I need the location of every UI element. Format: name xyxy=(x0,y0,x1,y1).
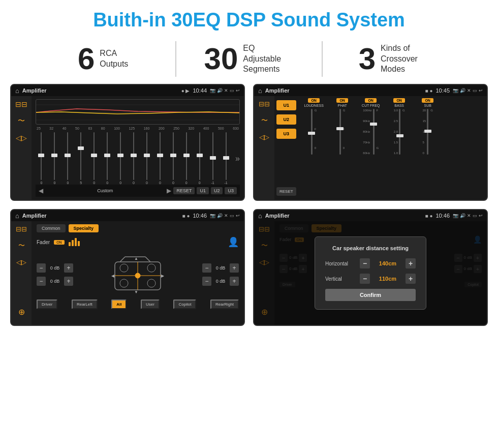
slider-3[interactable]: 0 xyxy=(62,132,74,185)
slider-1[interactable]: 0 xyxy=(36,132,47,185)
eq-prev[interactable]: ◀ xyxy=(39,187,43,194)
fader-eq-icon[interactable]: ⊟⊟ xyxy=(16,225,27,233)
db-plus-tr[interactable]: + xyxy=(230,263,239,273)
driver-button[interactable]: Driver xyxy=(37,300,57,309)
dialog-overlay: Car speaker distance setting Horizontal … xyxy=(254,221,487,325)
rear-left-button[interactable]: RearLeft xyxy=(72,300,98,309)
rear-right-button[interactable]: RearRight xyxy=(210,300,239,309)
cutfreq-on-badge[interactable]: ON xyxy=(365,98,377,103)
slider-15[interactable]: -1 xyxy=(220,132,232,185)
slider-7[interactable]: 0 xyxy=(115,132,127,185)
dialog-vertical-row: Vertical − 110cm + xyxy=(325,274,416,284)
db-val-tl: 0 dB xyxy=(48,265,62,271)
amp-vol-icon[interactable]: ◁▷ xyxy=(259,133,269,141)
u3-button-1[interactable]: U3 xyxy=(225,187,237,194)
db-minus-tl[interactable]: − xyxy=(37,263,46,273)
db-plus-tl[interactable]: + xyxy=(64,263,73,273)
screen-eq: ⌂ Amplifier ● ▶ 10:44 📷 🔊 ✕ ▭ ↩ ⊟⊟ 〜 ◁▷ xyxy=(10,84,245,201)
fader-on-badge[interactable]: ON xyxy=(54,240,65,245)
cutfreq-slider[interactable] xyxy=(373,109,375,155)
vertical-stepper: − 110cm + xyxy=(360,274,416,284)
loudness-on-badge[interactable]: ON xyxy=(308,98,320,103)
slider-5[interactable]: 0 xyxy=(88,132,100,185)
bass-slider[interactable] xyxy=(399,109,400,155)
screen-distance: ⌂ Amplifier ■ ● 10:46 📷 🔊 ✕ ▭ ↩ ⊟⊟ 〜 ◁▷ xyxy=(253,209,488,326)
amp-eq-icon[interactable]: ⊟⊟ xyxy=(259,100,270,108)
horizontal-minus-btn[interactable]: − xyxy=(360,258,370,268)
slider-2[interactable]: 0 xyxy=(49,132,60,185)
loudness-slider[interactable] xyxy=(311,109,313,155)
horizontal-plus-btn[interactable]: + xyxy=(406,258,416,268)
left-icons-panel-1: ⊟⊟ 〜 ◁▷ xyxy=(11,96,32,200)
stat-eq: 30 EQ AdjustableSegments xyxy=(176,43,321,75)
u1-button-2[interactable]: U1 xyxy=(276,100,296,110)
eq-next[interactable]: ▶ xyxy=(167,187,171,194)
bass-on-badge[interactable]: ON xyxy=(393,98,405,103)
slider-12[interactable]: 0 xyxy=(180,132,192,185)
fader-expand-icon[interactable]: ⊕ xyxy=(18,307,25,317)
db-control-br: − 0 dB + xyxy=(202,277,239,286)
sub-slider[interactable] xyxy=(427,109,428,155)
u3-button-2[interactable]: U3 xyxy=(276,129,296,139)
freq-50: 50 xyxy=(75,127,79,130)
reset-button-1[interactable]: RESET xyxy=(173,187,195,194)
all-button[interactable]: All xyxy=(111,300,127,309)
db-val-bl: 0 dB xyxy=(48,279,62,284)
db-minus-bl[interactable]: − xyxy=(37,277,46,286)
u1-button-1[interactable]: U1 xyxy=(197,187,209,194)
phat-on-badge[interactable]: ON xyxy=(336,98,348,103)
status-bar-3: ⌂ Amplifier ■ ● 10:46 📷 🔊 ✕ ▭ ↩ xyxy=(11,210,244,221)
slider-10[interactable]: 0 xyxy=(154,132,166,185)
db-plus-bl[interactable]: + xyxy=(64,277,73,286)
db-plus-br[interactable]: + xyxy=(230,277,239,286)
car-diagram: ▲ ▼ ◀ ▶ xyxy=(78,252,197,297)
home-icon-3[interactable]: ⌂ xyxy=(15,212,19,220)
fader-tab-specialty[interactable]: Specialty xyxy=(69,224,99,232)
slider-6[interactable]: 0 xyxy=(102,132,113,185)
eq-graph xyxy=(36,99,240,125)
db-minus-tr[interactable]: − xyxy=(202,263,211,273)
cutfreq-label: CUT FREQ xyxy=(362,104,380,107)
home-icon-2[interactable]: ⌂ xyxy=(258,87,262,95)
close-icon-3: ✕ xyxy=(224,213,228,218)
vertical-minus-btn[interactable]: − xyxy=(360,274,370,284)
u2-button-2[interactable]: U2 xyxy=(276,114,296,125)
stat-eq-label: EQ AdjustableSegments xyxy=(243,43,294,75)
slider-8[interactable]: 0 xyxy=(128,132,140,185)
db-minus-br[interactable]: − xyxy=(202,277,211,286)
app-name-3: Amplifier xyxy=(22,213,179,219)
equalizer-icon[interactable]: ⊟⊟ xyxy=(15,100,27,108)
user-button[interactable]: User xyxy=(141,300,160,309)
eq-scroll-arrow[interactable]: » xyxy=(233,154,240,163)
fader-vol-icon[interactable]: ◁▷ xyxy=(16,258,26,266)
status-bar-2: ⌂ Amplifier ■ ● 10:45 📷 🔊 ✕ ▭ ↩ xyxy=(254,85,487,96)
copilot-button[interactable]: Copilot xyxy=(173,300,196,309)
slider-11[interactable]: 0 xyxy=(167,132,179,185)
amp-wave-icon[interactable]: 〜 xyxy=(261,116,268,125)
home-icon-1[interactable]: ⌂ xyxy=(15,87,19,95)
slider-4[interactable]: 5 xyxy=(75,132,87,185)
vertical-plus-btn[interactable]: + xyxy=(406,274,416,284)
slider-13[interactable]: 0 xyxy=(194,132,205,185)
eq-preset-label: Custom xyxy=(45,188,165,193)
db-control-tr: − 0 dB + xyxy=(202,263,239,273)
slider-9[interactable]: 0 xyxy=(141,132,153,185)
distance-dialog[interactable]: Car speaker distance setting Horizontal … xyxy=(315,236,426,310)
volume-icon-2: 🔊 xyxy=(460,88,465,93)
volume-control-icon[interactable]: ◁▷ xyxy=(16,134,27,142)
u2-button-1[interactable]: U2 xyxy=(211,187,223,194)
phat-slider[interactable] xyxy=(339,109,341,155)
slider-14[interactable]: -1 xyxy=(207,132,219,185)
fader-wave-icon[interactable]: 〜 xyxy=(18,241,25,250)
amp-left-panel: ⊟⊟ 〜 ◁▷ xyxy=(254,96,274,200)
sub-on-badge[interactable]: ON xyxy=(422,98,433,103)
home-icon-4[interactable]: ⌂ xyxy=(258,212,262,220)
waveform-icon[interactable]: 〜 xyxy=(18,116,25,126)
confirm-button[interactable]: Confirm xyxy=(325,289,416,301)
svg-text:▼: ▼ xyxy=(134,290,138,294)
camera-icon-1: 📷 xyxy=(210,88,215,93)
fader-tab-common[interactable]: Common xyxy=(37,224,66,232)
stat-crossover-number: 3 xyxy=(359,44,376,74)
reset-button-2[interactable]: RESET xyxy=(276,187,296,196)
back-icon-1: ↩ xyxy=(236,88,240,93)
